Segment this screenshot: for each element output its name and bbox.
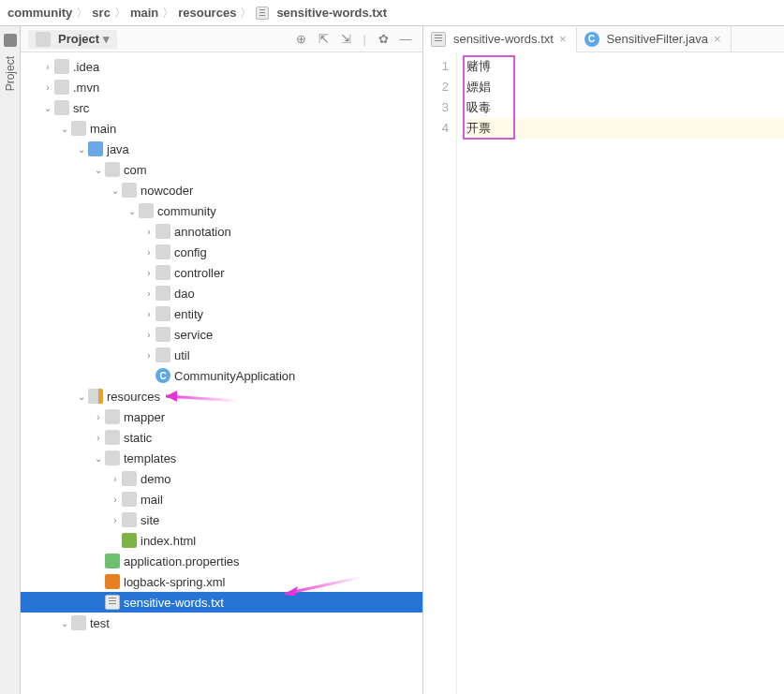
java-class-icon: C xyxy=(584,32,599,47)
folder-icon xyxy=(88,141,103,156)
pkg-icon xyxy=(155,224,170,239)
tree-item--mvn[interactable]: ›.mvn xyxy=(21,77,422,97)
tree-item-main[interactable]: ⌄main xyxy=(21,118,422,139)
tree-item-label: CommunityApplication xyxy=(174,369,295,383)
tree-item-label: logback-spring.xml xyxy=(124,575,225,589)
chevron-right-icon[interactable]: › xyxy=(109,495,122,505)
project-view-selector[interactable]: Project ▾ xyxy=(28,30,117,49)
breadcrumb-item[interactable]: sensitive-words.txt xyxy=(256,6,387,20)
tree-item-test[interactable]: ⌄test xyxy=(21,613,422,633)
chevron-down-icon[interactable]: ⌄ xyxy=(58,124,71,134)
xml-icon xyxy=(105,574,120,589)
chevron-right-icon[interactable]: › xyxy=(41,62,54,72)
tree-item-controller[interactable]: ›controller xyxy=(21,262,422,283)
chevron-down-icon[interactable]: ⌄ xyxy=(109,185,122,196)
settings-icon[interactable]: ✿ xyxy=(374,30,392,49)
close-tab-icon[interactable]: × xyxy=(557,32,569,46)
project-tree[interactable]: ›.idea›.mvn⌄src⌄main⌄java⌄com⌄nowcoder⌄c… xyxy=(21,52,422,694)
tab-label: sensitive-words.txt xyxy=(453,32,554,46)
chevron-right-icon[interactable]: › xyxy=(92,433,105,443)
tree-item-index-html[interactable]: index.html xyxy=(21,530,422,551)
tree-item-label: index.html xyxy=(141,534,196,548)
tree-item-demo[interactable]: ›demo xyxy=(21,468,422,489)
tree-item-application-properties[interactable]: application.properties xyxy=(21,551,422,571)
chevron-right-icon[interactable]: › xyxy=(92,412,105,422)
folder-icon xyxy=(122,471,137,486)
breadcrumb-item[interactable]: src xyxy=(92,6,111,20)
tree-item-annotation[interactable]: ›annotation xyxy=(21,221,422,242)
file-icon xyxy=(105,595,120,610)
tree-item-CommunityApplication[interactable]: CCommunityApplication xyxy=(21,365,422,386)
breadcrumb-label: main xyxy=(130,6,158,20)
chevron-right-icon[interactable]: › xyxy=(109,515,122,525)
chevron-down-icon[interactable]: ⌄ xyxy=(92,165,105,175)
chevron-down-icon[interactable]: ⌄ xyxy=(41,103,54,113)
breadcrumb-item[interactable]: community xyxy=(7,6,72,20)
tree-item-src[interactable]: ⌄src xyxy=(21,97,422,118)
tree-item-mapper[interactable]: ›mapper xyxy=(21,406,422,427)
chevron-down-icon[interactable]: ⌄ xyxy=(58,618,71,628)
breadcrumb-item[interactable]: main xyxy=(130,6,158,20)
folder-icon xyxy=(122,512,137,527)
tree-item-com[interactable]: ⌄com xyxy=(21,159,422,180)
locate-icon[interactable]: ⊕ xyxy=(292,30,311,49)
chevron-right-icon[interactable]: › xyxy=(109,474,122,484)
folder-icon xyxy=(122,492,137,507)
chevron-right-icon[interactable]: › xyxy=(142,330,155,340)
tab-label: SensitiveFilter.java xyxy=(607,32,708,46)
chevron-right-icon[interactable]: › xyxy=(142,350,155,361)
tree-item-nowcoder[interactable]: ⌄nowcoder xyxy=(21,180,422,200)
tree-item-site[interactable]: ›site xyxy=(21,509,422,530)
tree-item-label: resources xyxy=(107,390,160,404)
line-number: 1 xyxy=(423,56,449,77)
line-number: 4 xyxy=(423,118,449,139)
tree-item-static[interactable]: ›static xyxy=(21,427,422,448)
close-tab-icon[interactable]: × xyxy=(712,32,723,46)
chevron-down-icon[interactable]: ⌄ xyxy=(126,206,139,216)
chevron-right-icon[interactable]: › xyxy=(142,247,155,258)
editor-tabs[interactable]: sensitive-words.txt×CSensitiveFilter.jav… xyxy=(423,26,784,52)
chevron-right-icon[interactable]: › xyxy=(142,227,155,237)
left-tool-gutter: Project xyxy=(0,26,21,694)
code-lines[interactable]: 赌博嫖娼吸毒开票 xyxy=(457,52,784,694)
tree-item-util[interactable]: ›util xyxy=(21,345,422,365)
text-file-icon xyxy=(431,32,446,47)
folder-icon xyxy=(105,450,120,465)
chevron-right-icon[interactable]: › xyxy=(142,268,155,278)
tree-item--idea[interactable]: ›.idea xyxy=(21,56,422,77)
breadcrumb-label: resources xyxy=(178,6,236,20)
editor-tab-SensitiveFilter-java[interactable]: CSensitiveFilter.java× xyxy=(577,26,732,52)
line-number: 3 xyxy=(423,97,449,118)
breadcrumb[interactable]: community〉src〉main〉resources〉sensitive-w… xyxy=(0,0,784,26)
annotation-arrow xyxy=(164,386,248,406)
line-number: 2 xyxy=(423,77,449,97)
tree-item-label: demo xyxy=(141,472,171,486)
chevron-right-icon[interactable]: › xyxy=(142,288,155,299)
chevron-down-icon[interactable]: ⌄ xyxy=(92,453,105,464)
tree-item-dao[interactable]: ›dao xyxy=(21,283,422,303)
code-editor[interactable]: 1234 赌博嫖娼吸毒开票 xyxy=(423,52,784,694)
tree-item-java[interactable]: ⌄java xyxy=(21,139,422,159)
chevron-down-icon[interactable]: ⌄ xyxy=(75,391,88,402)
collapse-all-icon[interactable]: ⇲ xyxy=(337,30,356,49)
hide-icon[interactable]: — xyxy=(396,30,415,49)
project-tool-icon[interactable] xyxy=(4,34,17,47)
project-view-label: Project xyxy=(58,32,99,46)
pkg-icon xyxy=(155,244,170,259)
pkg-icon xyxy=(139,203,154,218)
chevron-right-icon[interactable]: › xyxy=(142,309,155,319)
pkg-icon xyxy=(122,183,137,198)
tree-item-mail[interactable]: ›mail xyxy=(21,489,422,509)
tree-item-service[interactable]: ›service xyxy=(21,324,422,345)
tree-item-templates[interactable]: ⌄templates xyxy=(21,448,422,468)
tree-item-config[interactable]: ›config xyxy=(21,242,422,262)
tree-item-community[interactable]: ⌄community xyxy=(21,200,422,221)
breadcrumb-item[interactable]: resources xyxy=(178,6,236,20)
chevron-down-icon[interactable]: ⌄ xyxy=(75,144,88,155)
editor-tab-sensitive-words-txt[interactable]: sensitive-words.txt× xyxy=(423,27,577,52)
project-tool-label[interactable]: Project xyxy=(4,52,17,95)
breadcrumb-label: community xyxy=(7,6,72,20)
chevron-right-icon[interactable]: › xyxy=(41,82,54,93)
tree-item-entity[interactable]: ›entity xyxy=(21,303,422,324)
expand-all-icon[interactable]: ⇱ xyxy=(315,30,333,49)
